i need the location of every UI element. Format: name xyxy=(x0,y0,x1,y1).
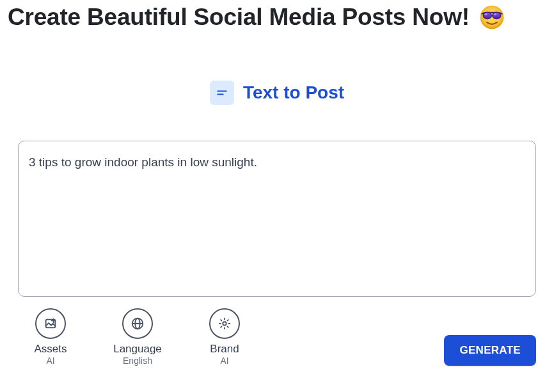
prompt-input[interactable] xyxy=(29,154,525,283)
tab-label: Text to Post xyxy=(243,82,344,103)
svg-point-1 xyxy=(483,12,491,19)
svg-point-4 xyxy=(494,13,496,15)
svg-point-2 xyxy=(493,12,501,19)
option-brand-sub: AI xyxy=(220,356,228,366)
option-language-sub: English xyxy=(123,356,152,366)
option-brand-title: Brand xyxy=(210,343,239,356)
option-assets-sub: AI xyxy=(46,356,54,366)
svg-point-3 xyxy=(484,13,487,15)
sunglasses-emoji-icon xyxy=(479,4,505,31)
header-row: Create Beautiful Social Media Posts Now! xyxy=(0,0,554,31)
page-title: Create Beautiful Social Media Posts Now! xyxy=(8,4,470,31)
option-language-title: Language xyxy=(113,343,162,356)
svg-point-13 xyxy=(223,322,226,325)
option-brand[interactable]: Brand AI xyxy=(196,308,253,366)
tab-row: Text to Post xyxy=(0,81,554,105)
options-row: Assets AI Language English Brand xyxy=(18,308,253,366)
prompt-container xyxy=(18,141,536,297)
gear-icon xyxy=(209,308,240,339)
option-language[interactable]: Language English xyxy=(109,308,166,366)
option-assets[interactable]: Assets AI xyxy=(22,308,79,366)
text-lines-icon xyxy=(210,81,234,105)
option-assets-title: Assets xyxy=(34,343,67,356)
bottom-row: Assets AI Language English Brand xyxy=(18,308,536,366)
image-plus-icon xyxy=(35,308,66,339)
globe-icon xyxy=(122,308,153,339)
tab-text-to-post[interactable]: Text to Post xyxy=(210,81,344,105)
generate-button[interactable]: GENERATE xyxy=(444,335,536,366)
